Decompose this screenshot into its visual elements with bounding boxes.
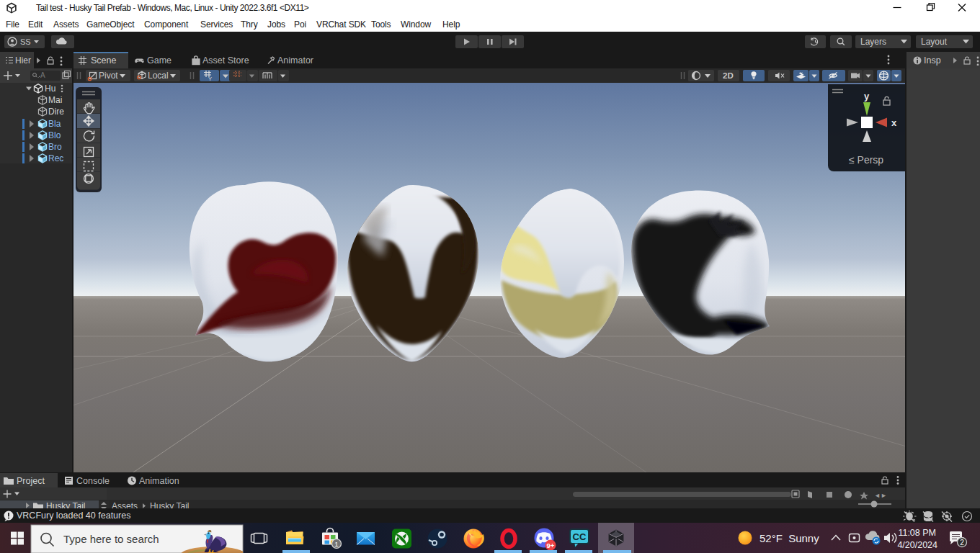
svg-text:Husky Tail: Husky Tail [150,501,189,508]
svg-text:≤ Persp: ≤ Persp [849,154,883,166]
svg-text:Dire: Dire [48,107,64,117]
svg-text:◄►: ◄► [874,492,887,499]
svg-text:Local: Local [148,71,169,81]
svg-text:Console: Console [76,476,110,486]
svg-text:Bro: Bro [48,142,62,152]
svg-text:x: x [891,117,897,128]
svg-text:Hier: Hier [15,55,31,66]
svg-text:CC: CC [573,531,587,542]
svg-text:Animation: Animation [139,476,179,486]
svg-text:Scene: Scene [91,55,116,66]
svg-text:SS: SS [20,37,31,46]
svg-text:Pivot: Pivot [99,71,118,81]
svg-text:2: 2 [960,539,964,547]
svg-text:Bla: Bla [48,119,61,129]
svg-text:Asset Store: Asset Store [202,55,249,66]
svg-text:9+: 9+ [547,541,555,549]
svg-text:Y: Y [208,76,212,82]
svg-text:52°F Sunny: 52°F Sunny [760,532,819,544]
svg-text:Insp: Insp [924,55,941,66]
svg-text:Mai: Mai [48,95,62,105]
svg-text:Rec: Rec [48,153,63,163]
svg-text:Hu: Hu [45,84,55,94]
svg-text:Husky Tail: Husky Tail [46,501,85,508]
svg-text:11:08 PM: 11:08 PM [898,528,936,538]
svg-text:Game: Game [147,55,172,66]
svg-text:4/20/2024: 4/20/2024 [897,540,937,550]
svg-text:Type here to search: Type here to search [63,533,159,545]
svg-text:Assets: Assets [112,501,138,508]
svg-text:Project: Project [17,476,45,486]
svg-text:Blo: Blo [48,130,61,140]
svg-text:2D: 2D [723,71,734,80]
svg-text:1: 1 [334,540,338,548]
svg-text:y: y [864,91,870,102]
svg-text:A: A [40,71,45,79]
svg-text:Animator: Animator [277,55,313,66]
